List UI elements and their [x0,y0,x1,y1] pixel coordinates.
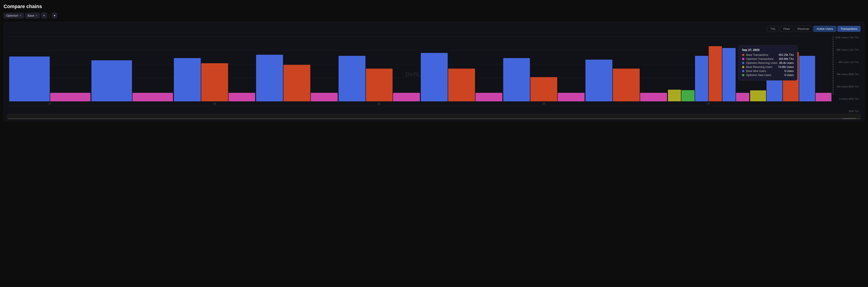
metric-tabs: TVL Fees Revenue Active Users Transactio… [7,26,861,32]
chain-label-optimism: Optimism [6,14,19,17]
bar-pink[interactable] [393,93,420,102]
tooltip-row-2: Optimism Returning Users 86.4k Users [742,61,794,64]
x-label-23: 23 [503,102,585,105]
bar-orange[interactable] [530,77,557,102]
bar-blue[interactable] [256,55,283,102]
bar-orange[interactable] [613,68,640,102]
bar-pink[interactable] [736,93,749,102]
bar-blue[interactable] [695,56,708,102]
chart-tooltip: Sep 27, 2023 Base Transactions 952.25k T… [738,45,798,81]
tab-revenue[interactable]: Revenue [794,26,812,32]
bar-group-21 [339,56,420,102]
bar-orange[interactable] [201,63,228,102]
bar-group-19b [256,55,337,102]
bar-blue[interactable] [503,58,530,102]
grid-line-6 [7,106,804,106]
tooltip-row-5: Optimism New Users 0 Users [742,74,794,77]
tooltip-dot-4 [742,70,744,72]
scrollbar-area[interactable] [7,114,861,119]
clear-all-btn[interactable]: × [41,12,47,19]
bar-orange[interactable] [448,68,475,102]
bar-group-21b [421,53,502,102]
bar-group-23b [586,60,667,102]
bar-group-19 [174,58,255,102]
x-label-21: 21 [339,102,420,105]
bar-pink[interactable] [558,93,585,102]
tooltip-row-1: Optimism Transactions 356.66k TXs [742,57,794,61]
chain-tag-base[interactable]: Base × [25,13,40,19]
tab-active-users[interactable]: Active Users [813,26,836,32]
y-axis-right: 100k Users 1.4m TXs 80k Users 1.2m TXs 6… [833,36,861,113]
tab-transactions[interactable]: Transactions [837,26,861,32]
dashed-line [833,36,833,95]
bars-area [7,36,833,102]
chart-inner: DefiLlama [7,36,833,113]
bar-group-27 [668,46,749,102]
tooltip-row-3: Base Returning Users 74.66k Users [742,65,794,68]
x-label-17: 17 [9,102,91,105]
x-label-19: 19 [174,102,255,105]
tooltip-dot-0 [742,54,744,56]
tooltip-dot-5 [742,74,744,76]
y-label-3: 40k Users 800k TXs [837,73,859,76]
x-label-27: 27 [668,102,749,105]
tooltip-row-0: Base Transactions 952.25k TXs [742,53,794,57]
bar-pink[interactable] [50,93,91,102]
bar-group-17b [91,60,173,102]
bar-blue[interactable] [339,56,366,102]
bar-green[interactable] [681,90,694,102]
chain-filters: Optimism × Base × × | ▾ [4,12,864,19]
y-label-5: 0 Users 400k TXs [839,98,859,100]
bar-pink[interactable] [640,93,667,102]
tooltip-value-0: 952.25k TXs [779,53,794,57]
bar-pink[interactable] [311,93,338,102]
tab-fees[interactable]: Fees [780,26,793,32]
y-label-0: 100k Users 1.4m TXs [835,36,859,39]
bar-blue2[interactable] [799,56,815,102]
bar-blue[interactable] [9,57,50,102]
bar-group-23 [503,58,585,102]
tooltip-dot-3 [742,66,744,68]
bar-orange[interactable] [709,46,722,102]
scrollbar-thumb[interactable] [842,118,856,119]
y-label-4: 20k Users 600k TXs [837,85,859,88]
bar-yellow[interactable] [668,90,681,102]
bar-pink[interactable] [132,93,173,102]
tooltip-label-2: Optimism Returning Users [746,61,778,64]
tooltip-label-3: Base Returning Users [746,65,776,68]
y-label-6: 200k TXs [848,110,859,113]
bar-group-17 [9,57,91,102]
tooltip-value-1: 356.66k TXs [779,57,794,61]
bar-blue[interactable] [421,53,448,102]
remove-optimism-btn[interactable]: × [20,14,22,17]
tooltip-row-4: Base New Users 0 Users [742,69,794,73]
tooltip-value-4: 0 Users [784,69,794,73]
tooltip-value-5: 0 Users [784,74,794,77]
bar-pink[interactable] [475,93,502,102]
remove-base-btn[interactable]: × [36,14,37,17]
bar-blue[interactable] [91,60,132,102]
tooltip-label-0: Base Transactions [746,53,777,57]
bar-blue[interactable] [586,60,612,102]
tooltip-value-2: 86.4k Users [779,61,794,64]
tab-tvl[interactable]: TVL [767,26,779,32]
bar-orange[interactable] [283,65,310,102]
tooltip-label-1: Optimism Transactions [746,57,777,61]
bar-pink[interactable] [228,93,255,102]
tooltip-label-5: Optimism New Users [746,74,783,77]
tooltip-dot-2 [742,62,744,64]
chain-tag-optimism[interactable]: Optimism × [4,13,24,19]
tooltip-label-4: Base New Users [746,69,783,73]
chain-label-base: Base [28,14,34,17]
page-title: Compare chains [4,4,864,9]
bar-yellow[interactable] [750,90,766,102]
bar-orange[interactable] [366,68,393,102]
bar-blue2[interactable] [722,48,736,102]
chart-area: DefiLlama [7,36,861,113]
y-label-1: 80k Users 1.2m TXs [837,49,859,51]
tooltip-dot-1 [742,58,744,60]
bar-pink[interactable] [815,93,832,102]
bar-blue[interactable] [174,58,201,102]
chain-dropdown-btn[interactable]: ▾ [52,12,57,19]
y-label-2: 60k Users 1m TXs [839,61,859,63]
